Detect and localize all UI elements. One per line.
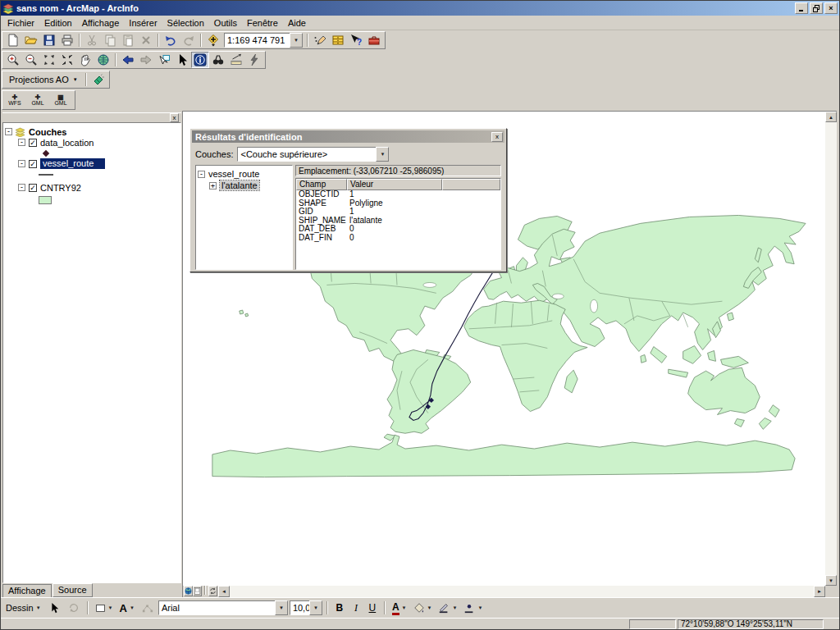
identify-results-dialog[interactable]: Résultats d'identification x Couches: <C…	[189, 128, 507, 272]
collapse-icon[interactable]: -	[198, 171, 205, 178]
menu-aide[interactable]: Aide	[283, 16, 311, 30]
export-gml-button[interactable]: ▦ GML	[50, 91, 71, 109]
print-button[interactable]	[58, 32, 76, 48]
bold-button[interactable]: B	[332, 600, 347, 615]
layer-row-vessel-route[interactable]: - ✓ vessel_route	[18, 158, 179, 169]
open-button[interactable]	[22, 32, 40, 48]
select-features-button[interactable]	[155, 52, 173, 68]
menu-affichage[interactable]: Affichage	[77, 16, 125, 30]
scale-dropdown-icon[interactable]: ▼	[290, 33, 303, 48]
layer-row-cntry92[interactable]: - ✓ CNTRY92	[18, 182, 179, 193]
dialog-close-icon[interactable]: x	[491, 132, 503, 142]
scroll-up-icon[interactable]: ▲	[825, 112, 837, 122]
text-tool-button[interactable]: A▼	[117, 600, 137, 616]
whats-this-help-button[interactable]: ?	[347, 32, 365, 48]
cut-button[interactable]	[83, 32, 101, 48]
identify-button[interactable]	[191, 52, 209, 68]
layer-checkbox[interactable]: ✓	[29, 139, 37, 147]
edit-vertices-button[interactable]	[139, 600, 157, 616]
restore-button[interactable]	[810, 2, 823, 14]
scroll-right-icon[interactable]: ►	[814, 586, 825, 597]
toc-close-icon[interactable]: x	[170, 113, 179, 122]
toc-root-row[interactable]: - Couches	[5, 126, 179, 137]
toc-grip[interactable]: x	[2, 112, 181, 122]
tab-source[interactable]: Source	[52, 583, 93, 597]
select-elements-button[interactable]	[173, 52, 191, 68]
full-extent-button[interactable]	[94, 52, 112, 68]
dialog-tree-child-row[interactable]: + l'atalante	[209, 180, 290, 191]
menu-inserer[interactable]: Insérer	[124, 16, 162, 30]
data-view-button[interactable]	[184, 586, 193, 596]
minimize-button[interactable]	[795, 2, 808, 14]
fixed-zoom-in-button[interactable]	[40, 52, 58, 68]
editor-toolbar-button[interactable]	[311, 32, 329, 48]
table-row[interactable]: DAT_FIN0	[296, 234, 500, 243]
rotate-button[interactable]	[65, 600, 83, 616]
shape-tool-button[interactable]: ▼	[93, 600, 116, 616]
font-size-combo[interactable]: 10,0 ▼	[290, 600, 322, 615]
menu-outils[interactable]: Outils	[209, 16, 242, 30]
column-header-valeur[interactable]: Valeur	[347, 179, 442, 190]
layer-row-data-location[interactable]: - ✓ data_location	[18, 137, 179, 148]
table-row[interactable]: GID1	[296, 208, 500, 217]
scale-combo[interactable]: 1:169 474 791 ▼	[224, 33, 303, 48]
attributes-table[interactable]: Champ Valeur OBJECTID1 SHAPEPolyligne GI…	[295, 178, 501, 270]
table-row[interactable]: DAT_DEB0	[296, 225, 500, 234]
title-bar[interactable]: sans nom - ArcMap - ArcInfo ×	[1, 1, 839, 16]
fixed-zoom-out-button[interactable]	[58, 52, 76, 68]
add-gml-button[interactable]: ✚ GML	[27, 91, 48, 109]
table-row[interactable]: SHAPEPolyligne	[296, 199, 500, 208]
menu-fichier[interactable]: Fichier	[2, 16, 39, 30]
dessin-menu-button[interactable]: Dessin ▼	[3, 600, 43, 616]
delete-button[interactable]	[137, 32, 155, 48]
vertical-scrollbar[interactable]: ▲ ▼	[825, 112, 837, 586]
undo-button[interactable]	[162, 32, 180, 48]
arctoolbox-button[interactable]	[365, 32, 383, 48]
add-wfs-button[interactable]: ✚ WFS	[4, 91, 25, 109]
draw-select-button[interactable]	[45, 600, 63, 616]
font-dropdown-icon[interactable]: ▼	[275, 600, 288, 615]
zoom-in-button[interactable]	[4, 52, 22, 68]
menu-selection[interactable]: Sélection	[162, 16, 209, 30]
copy-button[interactable]	[101, 32, 119, 48]
font-color-button[interactable]: A▼	[390, 600, 409, 616]
project-tool-button[interactable]	[89, 71, 107, 88]
expand-icon[interactable]: +	[209, 182, 217, 189]
font-combo[interactable]: Arial ▼	[158, 600, 288, 615]
collapse-icon[interactable]: -	[5, 128, 12, 135]
new-document-button[interactable]	[4, 32, 22, 48]
menu-fenetre[interactable]: Fenêtre	[242, 16, 283, 30]
projections-menu-button[interactable]: Projections AO ▼	[4, 71, 83, 88]
tab-affichage[interactable]: Affichage	[2, 584, 52, 597]
underline-button[interactable]: U	[365, 600, 380, 615]
paste-button[interactable]	[119, 32, 137, 48]
table-row[interactable]: OBJECTID1	[296, 190, 500, 199]
save-button[interactable]	[40, 32, 58, 48]
add-data-button[interactable]	[204, 32, 222, 48]
measure-button[interactable]	[227, 52, 245, 68]
column-header-champ[interactable]: Champ	[296, 179, 347, 190]
go-back-extent-button[interactable]	[119, 52, 137, 68]
pan-button[interactable]	[76, 52, 94, 68]
hyperlink-button[interactable]	[245, 52, 263, 68]
refresh-view-button[interactable]	[208, 586, 217, 596]
layout-view-button[interactable]	[193, 586, 202, 596]
marker-color-button[interactable]: ▼	[461, 600, 485, 616]
layer-checkbox[interactable]: ✓	[29, 160, 37, 168]
fill-color-button[interactable]: ▼	[411, 600, 435, 616]
arccatalog-button[interactable]	[329, 32, 347, 48]
column-header-extra[interactable]	[442, 179, 500, 190]
dialog-layers-combo[interactable]: <Couche supérieure> ▼	[237, 147, 389, 162]
go-forward-extent-button[interactable]	[137, 52, 155, 68]
line-color-button[interactable]: ▼	[436, 600, 459, 616]
collapse-icon[interactable]: -	[18, 160, 25, 167]
scroll-down-icon[interactable]: ▼	[825, 575, 837, 586]
toc-tree[interactable]: - Couches - ✓ data_location - ✓ vessel_r…	[2, 122, 181, 583]
dialog-result-tree[interactable]: - vessel_route + l'atalante	[195, 165, 293, 270]
horizontal-scrollbar-track[interactable]	[230, 586, 814, 597]
collapse-icon[interactable]: -	[18, 184, 25, 191]
font-size-dropdown-icon[interactable]: ▼	[309, 600, 322, 615]
zoom-out-button[interactable]	[22, 52, 40, 68]
dialog-layers-dropdown-icon[interactable]: ▼	[376, 147, 389, 162]
close-button[interactable]: ×	[824, 2, 838, 14]
